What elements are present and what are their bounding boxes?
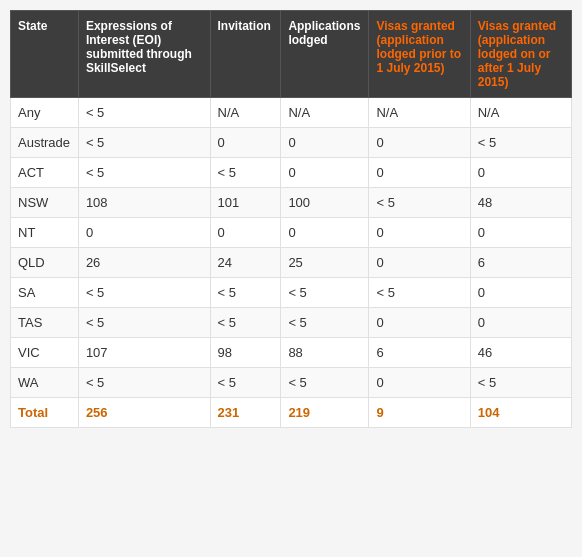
cell-eoi: < 5 xyxy=(78,158,210,188)
table-row: Total2562312199104 xyxy=(11,398,572,428)
cell-applications: < 5 xyxy=(281,368,369,398)
cell-eoi: < 5 xyxy=(78,278,210,308)
cell-visas_prior: 9 xyxy=(369,398,470,428)
cell-visas_after: < 5 xyxy=(470,368,571,398)
cell-invitation: < 5 xyxy=(210,308,281,338)
cell-visas_prior: 0 xyxy=(369,248,470,278)
cell-visas_prior: 0 xyxy=(369,368,470,398)
cell-visas_prior: < 5 xyxy=(369,278,470,308)
cell-invitation: 0 xyxy=(210,218,281,248)
cell-applications: 0 xyxy=(281,158,369,188)
cell-visas_prior: 0 xyxy=(369,158,470,188)
column-header-state: State xyxy=(11,11,79,98)
cell-visas_after: 48 xyxy=(470,188,571,218)
cell-visas_after: 0 xyxy=(470,278,571,308)
table-row: NT00000 xyxy=(11,218,572,248)
cell-applications: < 5 xyxy=(281,278,369,308)
column-header-visas_after: Visas granted (application lodged on or … xyxy=(470,11,571,98)
cell-visas_after: < 5 xyxy=(470,128,571,158)
cell-state: Any xyxy=(11,98,79,128)
cell-state: VIC xyxy=(11,338,79,368)
cell-visas_prior: 0 xyxy=(369,308,470,338)
table-body: Any< 5N/AN/AN/AN/AAustrade< 5000< 5ACT< … xyxy=(11,98,572,428)
table-row: VIC1079888646 xyxy=(11,338,572,368)
cell-visas_prior: 6 xyxy=(369,338,470,368)
cell-state: WA xyxy=(11,368,79,398)
table-row: NSW108101100< 548 xyxy=(11,188,572,218)
cell-eoi: < 5 xyxy=(78,368,210,398)
cell-visas_after: 0 xyxy=(470,218,571,248)
cell-eoi: 26 xyxy=(78,248,210,278)
table-row: WA< 5< 5< 50< 5 xyxy=(11,368,572,398)
cell-invitation: < 5 xyxy=(210,368,281,398)
cell-visas_after: 46 xyxy=(470,338,571,368)
table-row: TAS< 5< 5< 500 xyxy=(11,308,572,338)
cell-visas_prior: < 5 xyxy=(369,188,470,218)
cell-visas_after: N/A xyxy=(470,98,571,128)
cell-applications: 219 xyxy=(281,398,369,428)
table-row: SA< 5< 5< 5< 50 xyxy=(11,278,572,308)
cell-state: Austrade xyxy=(11,128,79,158)
cell-visas_prior: N/A xyxy=(369,98,470,128)
table-row: Austrade< 5000< 5 xyxy=(11,128,572,158)
column-header-invitation: Invitation xyxy=(210,11,281,98)
cell-state: NT xyxy=(11,218,79,248)
cell-applications: 25 xyxy=(281,248,369,278)
table-row: QLD26242506 xyxy=(11,248,572,278)
cell-state: ACT xyxy=(11,158,79,188)
cell-invitation: 98 xyxy=(210,338,281,368)
column-header-eoi: Expressions of Interest (EOI) submitted … xyxy=(78,11,210,98)
cell-state: TAS xyxy=(11,308,79,338)
cell-applications: 0 xyxy=(281,128,369,158)
cell-invitation: 0 xyxy=(210,128,281,158)
cell-invitation: 101 xyxy=(210,188,281,218)
cell-state: Total xyxy=(11,398,79,428)
cell-state: SA xyxy=(11,278,79,308)
cell-eoi: < 5 xyxy=(78,98,210,128)
cell-eoi: < 5 xyxy=(78,128,210,158)
data-table: StateExpressions of Interest (EOI) submi… xyxy=(10,10,572,428)
cell-eoi: < 5 xyxy=(78,308,210,338)
column-header-visas_prior: Visas granted (application lodged prior … xyxy=(369,11,470,98)
cell-visas_prior: 0 xyxy=(369,218,470,248)
cell-eoi: 256 xyxy=(78,398,210,428)
cell-invitation: < 5 xyxy=(210,278,281,308)
cell-invitation: < 5 xyxy=(210,158,281,188)
cell-eoi: 108 xyxy=(78,188,210,218)
cell-applications: 88 xyxy=(281,338,369,368)
cell-visas_prior: 0 xyxy=(369,128,470,158)
cell-applications: < 5 xyxy=(281,308,369,338)
cell-eoi: 0 xyxy=(78,218,210,248)
table-row: Any< 5N/AN/AN/AN/A xyxy=(11,98,572,128)
cell-state: QLD xyxy=(11,248,79,278)
cell-state: NSW xyxy=(11,188,79,218)
cell-visas_after: 0 xyxy=(470,158,571,188)
cell-invitation: 24 xyxy=(210,248,281,278)
cell-applications: N/A xyxy=(281,98,369,128)
cell-applications: 100 xyxy=(281,188,369,218)
table-row: ACT< 5< 5000 xyxy=(11,158,572,188)
column-header-applications: Applications lodged xyxy=(281,11,369,98)
cell-visas_after: 6 xyxy=(470,248,571,278)
cell-visas_after: 0 xyxy=(470,308,571,338)
cell-invitation: 231 xyxy=(210,398,281,428)
cell-visas_after: 104 xyxy=(470,398,571,428)
table-header: StateExpressions of Interest (EOI) submi… xyxy=(11,11,572,98)
cell-applications: 0 xyxy=(281,218,369,248)
cell-eoi: 107 xyxy=(78,338,210,368)
cell-invitation: N/A xyxy=(210,98,281,128)
